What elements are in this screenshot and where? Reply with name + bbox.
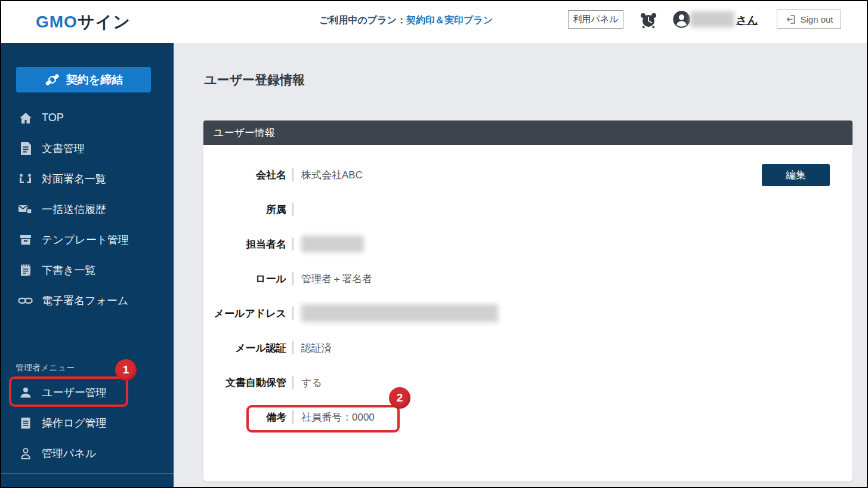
- logo-gmo-text: GMO: [36, 13, 78, 31]
- sidebar-item-draft-list[interactable]: 下書き一覧: [1, 255, 174, 285]
- alarm-icon[interactable]: [640, 11, 657, 29]
- field-rows: 会社名 株式会社ABC 所属 担当者名 ロール 管理者: [203, 145, 852, 434]
- admin-menu-label: 管理者メニュー: [1, 359, 174, 377]
- user-name-redacted: [690, 11, 734, 27]
- app-window: GMOサイン ご利用中のプラン：契約印＆実印プラン 利用パネル: [0, 0, 868, 488]
- sidebar-item-label: 対面署名一覧: [42, 172, 106, 186]
- field-separator: [292, 376, 294, 389]
- sidebar-item-template-management[interactable]: テンプレート管理: [1, 224, 174, 255]
- field-row-email: メールアドレス: [203, 296, 852, 331]
- sidebar-item-label: テンプレート管理: [42, 233, 129, 247]
- current-plan: ご利用中のプラン：契約印＆実印プラン: [319, 14, 493, 27]
- field-row-contact-name: 担当者名: [203, 227, 852, 261]
- sidebar-item-e-signature-form[interactable]: 電子署名フォーム: [1, 285, 174, 316]
- field-label: 備考: [203, 410, 286, 424]
- field-separator: [292, 307, 294, 320]
- sidebar-item-label: ユーザー管理: [42, 385, 107, 400]
- operation-log-icon: [18, 415, 33, 430]
- document-icon: [18, 141, 33, 156]
- in-person-signing-icon: [18, 171, 33, 186]
- draft-icon: [18, 262, 33, 277]
- field-row-auto-save: 文書自動保管 する: [203, 365, 852, 400]
- sign-out-label: Sign out: [800, 14, 833, 24]
- plan-prefix-label: ご利用中のプラン：: [319, 15, 406, 25]
- field-label: ロール: [203, 272, 286, 286]
- field-row-department: 所属: [203, 192, 852, 227]
- user-info-panel: ユーザー情報 編集 会社名 株式会社ABC 所属 担当者名: [203, 121, 852, 481]
- sidebar-item-document-management[interactable]: 文書管理: [1, 133, 174, 163]
- annotation-badge-1: 1: [115, 359, 137, 381]
- field-separator: [292, 203, 294, 216]
- conclude-contract-button[interactable]: 契約を締結: [16, 67, 151, 92]
- sidebar-item-label: 電子署名フォーム: [42, 294, 128, 308]
- sidebar-item-user-management[interactable]: ユーザー管理: [1, 377, 174, 407]
- sidebar-item-label: TOP: [42, 112, 64, 124]
- field-value: 管理者＋署名者: [301, 272, 372, 286]
- admin-panel-icon: [18, 446, 33, 461]
- avatar[interactable]: [672, 10, 691, 29]
- field-value: する: [301, 376, 322, 390]
- sidebar-divider: [1, 473, 174, 474]
- field-row-remarks: 備考 社員番号：0000: [203, 400, 852, 434]
- template-box-icon: [18, 232, 33, 247]
- field-label: 担当者名: [203, 237, 286, 251]
- sidebar-item-label: 一括送信履歴: [42, 202, 106, 217]
- sidebar-item-top[interactable]: TOP: [1, 103, 174, 133]
- field-separator: [292, 237, 294, 251]
- sidebar-item-in-person-signing-list[interactable]: 対面署名一覧: [1, 163, 174, 194]
- sidebar-item-operation-log[interactable]: 操作ログ管理: [1, 407, 174, 438]
- main-content: ユーザー登録情報 ユーザー情報 編集 会社名 株式会社ABC 所属 担当: [174, 43, 868, 488]
- user-icon: [18, 385, 33, 400]
- field-label: 所属: [203, 203, 286, 217]
- edit-button[interactable]: 編集: [762, 164, 830, 186]
- field-separator: [292, 272, 294, 285]
- field-row-email-verification: メール認証 認証済: [203, 331, 852, 365]
- field-row-company-name: 会社名 株式会社ABC: [203, 157, 852, 192]
- gmo-sign-logo[interactable]: GMOサイン: [36, 11, 131, 33]
- field-value: 株式会社ABC: [301, 168, 363, 182]
- sign-out-button[interactable]: Sign out: [777, 10, 841, 29]
- sidebar-item-label: 管理パネル: [42, 446, 96, 461]
- field-separator: [292, 168, 294, 181]
- field-row-role: ロール 管理者＋署名者: [203, 261, 852, 296]
- sign-out-icon: [784, 14, 796, 25]
- field-value: 認証済: [301, 341, 332, 355]
- handshake-icon: [44, 72, 60, 88]
- usage-panel-button[interactable]: 利用パネル: [568, 10, 623, 29]
- field-label: 文書自動保管: [203, 376, 286, 390]
- field-label: 会社名: [203, 168, 286, 182]
- page-title: ユーザー登録情報: [204, 72, 305, 88]
- field-separator: [292, 341, 294, 354]
- sidebar-item-label: 文書管理: [42, 141, 85, 156]
- top-header: GMOサイン ご利用中のプラン：契約印＆実印プラン 利用パネル: [1, 1, 867, 43]
- conclude-contract-label: 契約を締結: [66, 72, 123, 88]
- user-name-suffix[interactable]: さん: [736, 13, 758, 27]
- field-value-redacted: [301, 304, 498, 322]
- home-icon: [18, 110, 33, 125]
- bulk-send-icon: [18, 202, 33, 217]
- sidebar-item-bulk-send-history[interactable]: 一括送信履歴: [1, 194, 174, 224]
- sidebar-item-label: 下書き一覧: [42, 263, 95, 277]
- field-separator: [292, 410, 294, 424]
- field-value: 社員番号：0000: [301, 410, 375, 424]
- logo-sign-text: サイン: [78, 13, 131, 31]
- panel-title: ユーザー情報: [214, 126, 275, 140]
- sidebar-nav: TOP 文書管理 対面署名一覧: [1, 103, 174, 474]
- sidebar: 契約を締結 TOP 文書管理: [1, 43, 174, 488]
- field-label: メール認証: [203, 341, 286, 355]
- sidebar-item-admin-panel[interactable]: 管理パネル: [1, 438, 174, 468]
- sidebar-item-label: 操作ログ管理: [42, 416, 107, 430]
- link-icon: [18, 293, 33, 308]
- field-label: メールアドレス: [203, 307, 286, 320]
- annotation-badge-2: 2: [389, 387, 410, 409]
- panel-header: ユーザー情報: [203, 121, 852, 145]
- field-value-redacted: [301, 236, 364, 252]
- plan-name-link[interactable]: 契約印＆実印プラン: [406, 15, 493, 25]
